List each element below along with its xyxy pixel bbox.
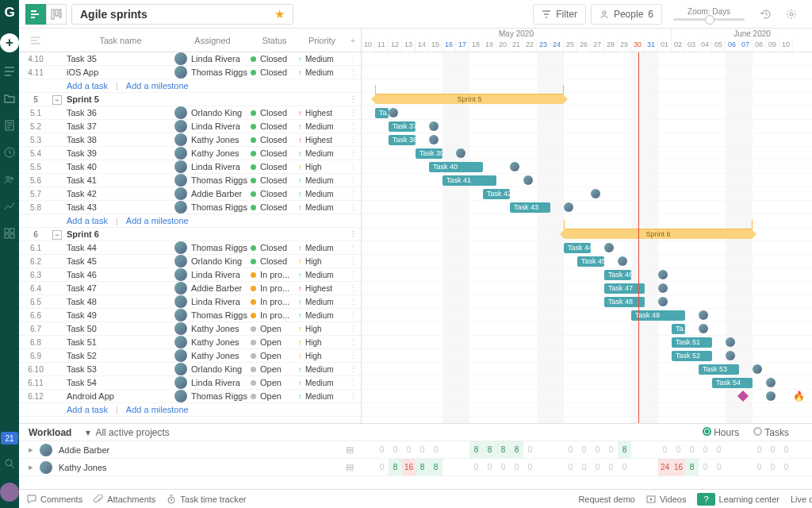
task-row[interactable]: 6.4Task 47Addie BarberIn pro...↑Highest⋮ (19, 282, 361, 295)
task-bar[interactable]: Task 39 (416, 148, 442, 159)
priority-cell[interactable]: ↑High (298, 338, 346, 347)
assignee-cell[interactable]: Thomas Riggs (174, 390, 251, 402)
row-menu-icon[interactable]: ⋮ (349, 337, 361, 348)
add-task-link[interactable]: Add a task (67, 216, 116, 225)
day-header[interactable]: 16 (442, 38, 456, 52)
workload-cell[interactable]: 0 (766, 441, 779, 459)
assignee-cell[interactable]: Orlando King (174, 106, 251, 119)
task-name[interactable]: Task 42 (67, 189, 174, 198)
row-menu-icon[interactable]: ⋮ (349, 189, 361, 199)
task-name[interactable]: Task 53 (67, 364, 174, 374)
task-name[interactable]: Task 50 (67, 324, 174, 333)
assignee-cell[interactable]: Addie Barber (174, 282, 251, 294)
priority-cell[interactable]: ↑Medium (298, 244, 346, 252)
task-name[interactable]: Task 51 (67, 337, 174, 347)
day-header[interactable]: 27 (591, 38, 604, 52)
day-header[interactable]: 06 (726, 38, 739, 52)
assignee-cell[interactable]: Kathy Jones (174, 349, 251, 362)
add-task-link[interactable]: Add a task (67, 405, 116, 414)
task-name[interactable]: Task 39 (67, 148, 174, 158)
assignee-cell[interactable]: Linda Rivera (174, 160, 251, 173)
search-icon[interactable] (2, 456, 17, 471)
priority-cell[interactable]: ↑Medium (298, 392, 346, 401)
doc-icon[interactable] (2, 117, 17, 133)
assignee-cell[interactable]: Thomas Riggs (174, 309, 251, 321)
create-button[interactable]: + (0, 33, 19, 52)
notification-badge[interactable]: 21 (1, 432, 18, 444)
workload-cell[interactable]: 0 (672, 441, 685, 459)
workload-cell[interactable]: 0 (753, 459, 766, 476)
workload-cell[interactable]: 0 (591, 441, 604, 459)
task-name[interactable]: Task 37 (67, 121, 174, 131)
task-bar[interactable]: Task 42 (483, 189, 510, 199)
status-cell[interactable]: In pro... (251, 283, 298, 293)
priority-cell[interactable]: ↑High (298, 163, 346, 171)
task-name[interactable]: Task 36 (67, 108, 174, 117)
workload-cell[interactable]: 8 (618, 441, 631, 459)
task-bar[interactable]: Task 40 (429, 162, 483, 172)
filter-button[interactable]: Filter (533, 4, 586, 25)
task-row[interactable]: 6.10Task 53Orlando KingOpen↑Medium⋮ (19, 363, 361, 376)
task-name[interactable]: Task 38 (67, 135, 174, 144)
status-cell[interactable]: Closed (251, 121, 298, 131)
assignee-cell[interactable]: Thomas Riggs (174, 241, 251, 254)
day-header[interactable]: 25 (564, 38, 577, 52)
zoom-slider[interactable] (673, 18, 745, 21)
day-header[interactable]: 17 (456, 38, 469, 52)
workload-row[interactable]: ▸Addie Barber▤00000888800000800000000 (19, 441, 812, 459)
row-menu-icon[interactable]: ⋮ (349, 283, 361, 294)
sprint-row[interactable]: 6−Sprint 6⋮ (19, 228, 361, 241)
day-header[interactable]: 31 (645, 38, 658, 52)
day-header[interactable]: 30 (631, 38, 645, 52)
row-menu-icon[interactable]: ⋮ (349, 391, 361, 402)
add-milestone-link[interactable]: Add a milestone (126, 81, 197, 90)
status-cell[interactable]: Closed (251, 67, 298, 77)
workload-cell[interactable]: 0 (510, 459, 523, 476)
task-name[interactable]: Task 45 (67, 256, 174, 266)
workload-cell[interactable]: 0 (753, 441, 766, 459)
row-menu-icon[interactable]: ⋮ (349, 270, 361, 280)
task-row[interactable]: 5.1Task 36Orlando KingClosed↑Highest⋮ (19, 106, 361, 120)
workload-cell[interactable]: 0 (604, 459, 618, 476)
folder-icon[interactable] (2, 90, 17, 106)
more-icon[interactable]: ⋯ (806, 4, 812, 25)
workload-cell[interactable]: 0 (416, 441, 429, 459)
workload-cell[interactable]: 0 (712, 441, 726, 459)
workload-cell[interactable]: 0 (685, 441, 699, 459)
status-cell[interactable]: Open (251, 364, 298, 374)
assignee-cell[interactable]: Orlando King (174, 363, 251, 375)
row-menu-icon[interactable]: ⋮ (349, 324, 361, 334)
workload-cell[interactable]: 8 (469, 441, 483, 459)
row-menu-icon[interactable]: ⋮ (349, 310, 361, 321)
row-menu-icon[interactable]: ⋮ (349, 148, 361, 159)
task-bar[interactable]: Task 52 (672, 351, 712, 361)
workload-cell[interactable]: 8 (685, 459, 699, 476)
task-name[interactable]: Task 48 (67, 297, 174, 306)
apps-icon[interactable] (2, 225, 17, 241)
sprint-row[interactable]: 5−Sprint 5⋮ (19, 93, 361, 106)
sprint-name[interactable]: Sprint 6 (67, 229, 174, 239)
task-row[interactable]: 4.11iOS AppThomas RiggsClosed↑Medium⋮ (19, 66, 361, 79)
row-menu-icon[interactable]: ⋮ (349, 162, 361, 172)
clock-icon[interactable] (2, 144, 17, 160)
live-chat-link[interactable]: Live chat (791, 495, 812, 504)
task-row[interactable]: 5.6Task 41Thomas RiggsClosed↑Medium⋮ (19, 174, 361, 187)
task-name[interactable]: iOS App (67, 67, 174, 77)
expander-icon[interactable]: ▸ (29, 462, 33, 472)
priority-cell[interactable]: ↑High (298, 325, 346, 333)
task-bar[interactable]: Task 44 (564, 243, 591, 253)
assignee-cell[interactable]: Linda Rivera (174, 268, 251, 281)
day-header[interactable]: 19 (483, 38, 496, 52)
row-menu-icon[interactable]: ⋮ (349, 54, 361, 64)
task-row[interactable]: 5.2Task 37Linda RiveraClosed↑Medium⋮ (19, 120, 361, 133)
day-header[interactable]: 13 (402, 38, 416, 52)
add-milestone-link[interactable]: Add a milestone (126, 216, 197, 225)
assignee-cell[interactable]: Thomas Riggs (174, 174, 251, 187)
workload-cell[interactable] (362, 441, 375, 459)
workload-cell[interactable]: 0 (779, 441, 793, 459)
workload-cell[interactable]: 0 (375, 459, 389, 476)
workload-cell[interactable]: 0 (469, 459, 483, 476)
day-header[interactable]: 21 (510, 38, 523, 52)
workload-cell[interactable] (631, 459, 645, 476)
assignee-cell[interactable]: Kathy Jones (174, 133, 251, 146)
